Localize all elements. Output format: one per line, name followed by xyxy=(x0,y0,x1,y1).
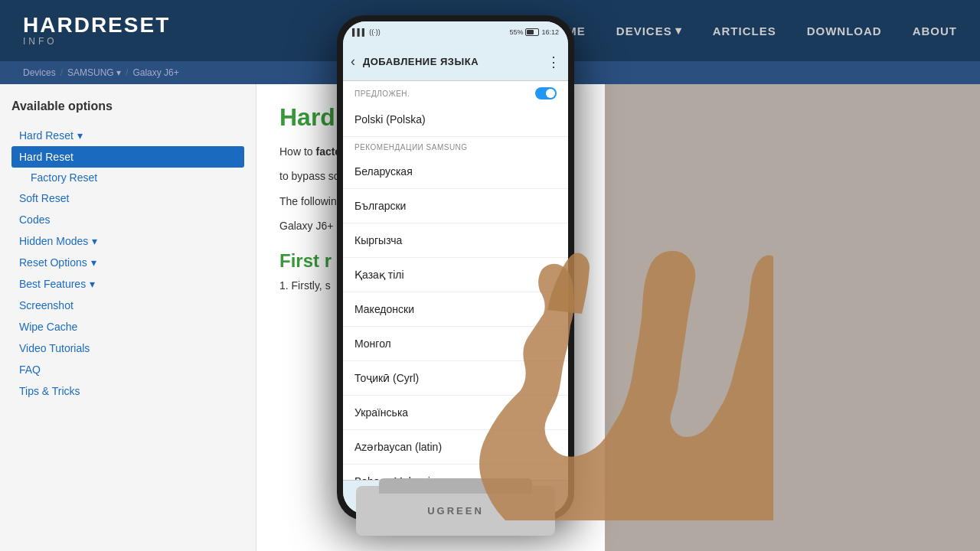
nav-about[interactable]: ABOUT xyxy=(913,24,957,37)
lang-item-macedonian[interactable]: Македонски xyxy=(343,292,568,327)
lang-item-tajik[interactable]: Тоҷикӣ (Cyrl) xyxy=(343,361,568,396)
clock: 16:12 xyxy=(541,28,559,36)
lang-item-malay[interactable]: Bahasa Malaysia xyxy=(343,465,568,480)
logo-subtitle: INFO xyxy=(23,36,170,47)
status-right: 55% 16:12 xyxy=(509,28,559,36)
lang-item-kazakh[interactable]: Қазақ тілі xyxy=(343,258,568,292)
breadcrumb-sep1: / xyxy=(60,67,63,78)
sidebar-item-faq[interactable]: FAQ xyxy=(11,359,244,380)
phone-header: ‹ ДОБАВЛЕНИЕ ЯЗЫКА ⋮ xyxy=(343,43,568,81)
sidebar-title: Available options xyxy=(11,99,244,113)
sidebar-item-tips-tricks[interactable]: Tips & Tricks xyxy=(11,380,244,402)
lang-item-ukrainian[interactable]: Українська xyxy=(343,396,568,430)
lang-item-belarusian[interactable]: Беларуская xyxy=(343,155,568,189)
phone-status-bar: ▌▌▌ ((·)) 55% 16:12 xyxy=(343,21,568,43)
sidebar-item-soft-reset[interactable]: Soft Reset xyxy=(11,187,244,209)
lang-item-mongolian[interactable]: Монгол xyxy=(343,327,568,361)
breadcrumb-device: Galaxy J6+ xyxy=(132,67,178,78)
more-options-button[interactable]: ⋮ xyxy=(547,54,560,70)
sidebar-item-video-tutorials[interactable]: Video Tutorials xyxy=(11,337,244,359)
chevron-down-icon: ▾ xyxy=(91,256,96,269)
sidebar-item-hard-reset-dropdown[interactable]: Hard Reset ▾ xyxy=(11,125,244,146)
logo-title: HARDRESET xyxy=(23,15,170,36)
language-toggle[interactable] xyxy=(535,87,557,99)
sidebar-item-wipe-cache[interactable]: Wipe Cache xyxy=(11,316,244,337)
chevron-down-icon: ▾ xyxy=(92,235,97,247)
nav-links: HOME DEVICES ▾ ARTICLES DOWNLOAD ABOUT xyxy=(548,24,957,37)
back-button[interactable]: ‹ xyxy=(351,54,355,70)
breadcrumb-devices[interactable]: Devices xyxy=(23,67,56,78)
sidebar-item-factory-reset[interactable]: Factory Reset xyxy=(11,168,244,187)
sidebar-item-codes[interactable]: Codes xyxy=(11,209,244,230)
battery-percent: 55% xyxy=(509,28,523,36)
chevron-down-icon: ▾ xyxy=(90,278,95,290)
breadcrumb-samsung[interactable]: SAMSUNG ▾ xyxy=(67,67,121,78)
chevron-down-icon: ▾ xyxy=(116,67,121,78)
breadcrumb-sep2: / xyxy=(126,67,128,78)
phone-screen-title: ДОБАВЛЕНИЕ ЯЗЫКА xyxy=(363,56,539,67)
wifi-icon: ((·)) xyxy=(369,28,381,36)
chevron-down-icon: ▾ xyxy=(675,24,682,37)
lang-item-azerbaijani[interactable]: Azərbaycan (latin) xyxy=(343,430,568,465)
nav-articles[interactable]: ARTICLES xyxy=(713,24,776,37)
phone-screen: ▌▌▌ ((·)) 55% 16:12 ‹ ДОБАВЛЕНИЕ ЯЗЫКА ⋮ xyxy=(343,21,568,514)
stand-top xyxy=(379,478,532,494)
battery-icon xyxy=(525,28,539,36)
section-label-suggested: ПРЕДЛОЖЕН. xyxy=(343,81,568,103)
sidebar-item-best-features[interactable]: Best Features ▾ xyxy=(11,273,244,295)
lang-item-bulgarian[interactable]: Български xyxy=(343,189,568,223)
sidebar-item-screenshot[interactable]: Screenshot xyxy=(11,295,244,316)
phone-device: ▌▌▌ ((·)) 55% 16:12 ‹ ДОБАВЛЕНИЕ ЯЗЫКА ⋮ xyxy=(337,15,574,520)
nav-download[interactable]: DOWNLOAD xyxy=(807,24,882,37)
lang-item-polski[interactable]: Polski (Polska) xyxy=(343,103,568,137)
site-logo[interactable]: HARDRESET INFO xyxy=(23,15,170,47)
lang-item-kyrgyz[interactable]: Кыргызча xyxy=(343,223,568,258)
sidebar-item-hidden-modes[interactable]: Hidden Modes ▾ xyxy=(11,230,244,252)
phone-container: ▌▌▌ ((·)) 55% 16:12 ‹ ДОБАВЛЕНИЕ ЯЗЫКА ⋮ xyxy=(337,15,574,536)
section-label-samsung: РЕКОМЕНДАЦИИ SAMSUNG xyxy=(343,137,568,155)
signal-icon: ▌▌▌ xyxy=(352,28,367,36)
sidebar-item-reset-options[interactable]: Reset Options ▾ xyxy=(11,252,244,273)
language-list: ПРЕДЛОЖЕН. Polski (Polska) РЕКОМЕНДАЦИИ … xyxy=(343,81,568,480)
phone-stand: UGREEN xyxy=(356,486,555,536)
sidebar-item-hard-reset-active[interactable]: Hard Reset xyxy=(11,146,244,168)
sidebar: Available options Hard Reset ▾ Hard Rese… xyxy=(0,84,256,551)
chevron-down-icon: ▾ xyxy=(77,129,83,142)
stand-brand-label: UGREEN xyxy=(427,505,484,517)
nav-devices[interactable]: DEVICES ▾ xyxy=(616,24,682,37)
status-left: ▌▌▌ ((·)) xyxy=(352,28,381,36)
